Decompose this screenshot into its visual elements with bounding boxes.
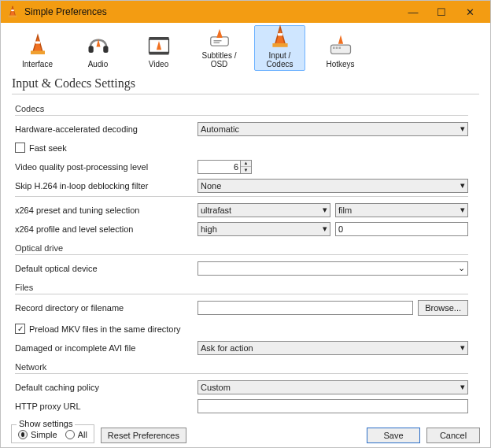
svg-marker-24 [338, 35, 342, 44]
preload-mkv-checkbox[interactable] [15, 324, 25, 334]
tab-label: Interface [22, 60, 53, 68]
optical-device-select[interactable]: ⌄ [198, 261, 468, 276]
svg-rect-21 [333, 47, 335, 50]
svg-rect-19 [277, 33, 282, 35]
show-settings-group: Show settings Simple All [11, 424, 94, 443]
tab-subtitles[interactable]: Subtitles / OSD [194, 25, 245, 71]
divider [15, 115, 468, 116]
divider [15, 373, 468, 374]
show-settings-legend: Show settings [17, 419, 75, 428]
svg-rect-20 [330, 45, 350, 54]
divider [15, 294, 468, 294]
title-divider [12, 94, 479, 94]
tab-input-codecs[interactable]: Input / Codecs [254, 25, 305, 71]
divider [15, 254, 468, 255]
chevron-down-icon: ▾ [323, 205, 327, 215]
settings-scroll[interactable]: Codecs Hardware-accelerated decoding Aut… [1, 98, 490, 414]
show-all-label: All [78, 430, 87, 439]
tab-label: Subtitles / OSD [194, 51, 244, 68]
x264-preset-label: x264 preset and tuning selection [15, 205, 198, 215]
tab-label: Audio [88, 60, 109, 68]
tab-video[interactable]: Video [133, 25, 184, 71]
chevron-down-icon: ⌄ [458, 263, 465, 273]
browse-button[interactable]: Browse... [418, 300, 468, 316]
cancel-button[interactable]: Cancel [426, 428, 480, 443]
svg-rect-2 [11, 9, 14, 11]
page-title: Input & Codecs Settings [1, 72, 490, 92]
bottom-bar: Show settings Simple All Reset Preferenc… [0, 415, 491, 448]
tab-hotkeys[interactable]: Hotkeys [315, 25, 366, 71]
cache-label: Default caching policy [15, 383, 198, 392]
preload-mkv-label: Preload MKV files in the same directory [29, 324, 181, 334]
tab-label: Video [149, 60, 168, 68]
tab-label: Input / Codecs [255, 51, 305, 68]
app-icon [6, 5, 20, 19]
save-button[interactable]: Save [367, 428, 420, 443]
proxy-input[interactable] [198, 399, 468, 413]
group-codecs: Codecs [15, 104, 468, 113]
x264-tune-select[interactable]: film▾ [335, 203, 468, 217]
chevron-down-icon: ▾ [460, 342, 465, 353]
divider [15, 196, 468, 197]
fast-seek-label: Fast seek [29, 143, 67, 153]
avi-label: Damaged or incomplete AVI file [15, 343, 198, 353]
x264-level-input[interactable] [335, 222, 468, 236]
svg-rect-1 [9, 16, 17, 18]
svg-rect-4 [31, 51, 45, 55]
svg-rect-22 [335, 47, 338, 50]
svg-marker-17 [275, 27, 285, 44]
maximize-button[interactable]: ☐ [427, 1, 456, 23]
optical-device-label: Default optical device [15, 264, 198, 273]
show-simple-label: Simple [31, 430, 57, 439]
tab-audio[interactable]: Audio [72, 25, 124, 71]
svg-rect-23 [338, 47, 341, 50]
hw-decoding-label: Hardware-accelerated decoding [15, 124, 198, 134]
tab-interface[interactable]: Interface [12, 25, 63, 71]
pp-level-spinner[interactable]: ▲▼ [241, 160, 252, 174]
show-simple-radio[interactable] [18, 430, 28, 439]
svg-rect-18 [272, 43, 287, 47]
fast-seek-checkbox[interactable] [15, 143, 25, 153]
x264-profile-select[interactable]: high▾ [198, 222, 330, 236]
cache-select[interactable]: Custom▾ [198, 380, 468, 394]
show-all-radio[interactable] [65, 430, 75, 439]
group-optical: Optical drive [15, 243, 468, 253]
pp-level-label: Video quality post-processing level [15, 162, 198, 172]
skip-deblock-label: Skip H.264 in-loop deblocking filter [15, 181, 198, 191]
reset-button[interactable]: Reset Preferences [101, 428, 186, 443]
group-network: Network [15, 362, 468, 372]
group-files: Files [15, 283, 468, 292]
svg-rect-7 [103, 46, 108, 53]
proxy-label: HTTP proxy URL [15, 402, 198, 411]
chevron-down-icon: ▾ [460, 382, 465, 392]
record-dir-input[interactable] [198, 301, 413, 315]
x264-preset-select[interactable]: ultrafast▾ [198, 203, 330, 217]
svg-rect-5 [35, 42, 40, 44]
svg-rect-6 [88, 46, 93, 53]
chevron-down-icon: ▾ [323, 224, 327, 234]
chevron-down-icon: ▾ [460, 180, 465, 191]
svg-marker-16 [216, 29, 223, 38]
close-button[interactable]: ✕ [456, 1, 484, 23]
x264-profile-label: x264 profile and level selection [15, 224, 198, 234]
window-title: Simple Preferences [24, 6, 399, 17]
svg-rect-11 [149, 52, 168, 55]
skip-deblock-select[interactable]: None▾ [198, 179, 468, 193]
chevron-down-icon: ▾ [460, 205, 465, 215]
svg-rect-10 [149, 37, 168, 40]
avi-select[interactable]: Ask for action▾ [198, 341, 468, 355]
pp-level-input[interactable] [198, 160, 241, 174]
chevron-down-icon: ▾ [460, 124, 465, 134]
record-dir-label: Record directory or filename [15, 303, 198, 313]
minimize-button[interactable]: — [399, 1, 427, 23]
hw-decoding-select[interactable]: Automatic▾ [198, 122, 468, 136]
tab-label: Hotkeys [326, 60, 354, 68]
titlebar: Simple Preferences — ☐ ✕ [1, 1, 490, 23]
category-tabs: Interface Audio Video Subtitles / OSD In… [1, 24, 490, 72]
